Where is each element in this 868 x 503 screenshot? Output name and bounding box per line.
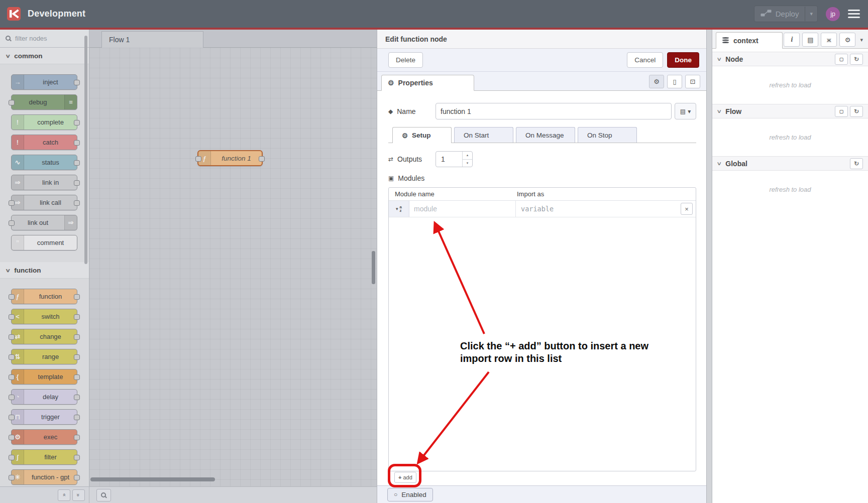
canvas-node-function-1[interactable]: ƒ function 1	[197, 150, 263, 166]
node-red-editor: Development Deploy ▾ jp	[0, 0, 868, 503]
node-input-port	[9, 415, 15, 420]
palette-scrollbar[interactable]	[84, 36, 87, 264]
node-output-port[interactable]	[259, 156, 265, 162]
tab-on-start[interactable]: On Start	[454, 127, 513, 143]
context-sections: ∨Node▢↻refresh to load∨Flow▢↻refresh to …	[712, 52, 868, 208]
tab-label: On Start	[464, 132, 489, 139]
refresh-button[interactable]: ↻	[850, 158, 863, 169]
tab-on-stop[interactable]: On Stop	[578, 127, 637, 143]
palette-node-change[interactable]: ⇄change	[11, 329, 77, 344]
annotation-highlight-ring	[388, 464, 421, 487]
palette-node-template[interactable]: {template	[11, 369, 77, 385]
node-input-port	[9, 354, 15, 360]
config-tab-button[interactable]: ⚙	[839, 33, 855, 47]
tab-properties[interactable]: ⚙ Properties	[381, 75, 474, 91]
palette-node-link-out[interactable]: link out⇒	[11, 215, 77, 230]
main-menu-button[interactable]	[848, 10, 860, 18]
deploy-button[interactable]: Deploy ▾	[754, 6, 818, 22]
tab-context[interactable]: context	[716, 32, 783, 49]
palette-filter-placeholder: filter nodes	[15, 35, 47, 42]
cubes-icon: ▣	[388, 175, 394, 182]
refresh-button[interactable]: ↻	[850, 54, 863, 65]
context-section-flow[interactable]: ∨Flow▢↻	[712, 104, 868, 118]
name-input[interactable]	[436, 103, 672, 119]
palette-node-exec[interactable]: ⚙exec	[11, 429, 77, 445]
node-output-port	[74, 80, 80, 85]
outputs-stepper[interactable]: 1 ▴ ▾	[436, 151, 473, 167]
expand-button[interactable]: ▢	[835, 106, 848, 117]
palette-node-debug[interactable]: debug≡	[11, 94, 77, 110]
chevron-down-icon: ∨	[5, 53, 11, 59]
node-output-port	[74, 354, 80, 360]
section-label: Flow	[725, 107, 741, 115]
palette-node-filter[interactable]: ʃfilter	[11, 449, 77, 465]
palette-node-inject[interactable]: →inject	[11, 74, 77, 90]
palette-node-trigger[interactable]: ⊓trigger	[11, 409, 77, 425]
palette-node-catch[interactable]: !catch	[11, 135, 77, 150]
annotation-text: Click the “+ add” button to insert a new…	[460, 340, 648, 365]
node-input-port	[9, 374, 15, 380]
palette-node-label: exec	[24, 433, 77, 441]
canvas-horizontal-scrollbar[interactable]	[90, 477, 215, 481]
canvas-vertical-scrollbar[interactable]	[372, 251, 375, 284]
help-tab-button[interactable]: ▤	[802, 33, 818, 47]
delete-button[interactable]: Delete	[388, 52, 423, 68]
deploy-options-caret[interactable]: ▾	[805, 7, 817, 21]
list-icon: ≡	[64, 95, 77, 109]
palette-node-label: function - gpt	[24, 473, 77, 481]
row-sort-control[interactable]: ▾ az	[389, 201, 409, 217]
stepper-up-button[interactable]: ▴	[463, 152, 472, 160]
debug-tab-button[interactable]: ж	[821, 33, 837, 47]
name-library-button[interactable]: ▤ ▾	[675, 103, 696, 119]
edit-properties-button[interactable]: ⚙	[649, 75, 664, 88]
remove-row-button[interactable]: ×	[681, 203, 693, 215]
palette-node-comment[interactable]: ”comment	[11, 235, 77, 250]
palette-node-switch[interactable]: <switch	[11, 309, 77, 324]
node-input-port	[9, 294, 15, 300]
node-enabled-toggle[interactable]: ○ Enabled	[387, 488, 433, 501]
context-section-global[interactable]: ∨Global↻	[712, 156, 868, 171]
palette-node-label: inject	[24, 78, 77, 86]
tab-flow-1[interactable]: Flow 1	[101, 31, 203, 48]
palette-node-status[interactable]: ∿status	[11, 155, 77, 170]
done-button[interactable]: Done	[667, 52, 699, 68]
palette-node-link-in[interactable]: ⇒link in	[11, 175, 77, 190]
expand-button[interactable]: ▢	[835, 54, 848, 65]
node-output-port	[74, 475, 80, 480]
node-input-port	[9, 455, 15, 460]
deploy-button-main[interactable]: Deploy	[754, 10, 805, 18]
palette-node-function---gpt[interactable]: ✳function - gpt	[11, 469, 77, 485]
info-icon: i	[791, 36, 793, 44]
palette-node-function[interactable]: ƒfunction	[11, 289, 77, 304]
node-input-port[interactable]	[195, 156, 201, 162]
deploy-label: Deploy	[776, 10, 799, 18]
palette-node-link-call[interactable]: ⇒link call	[11, 195, 77, 210]
user-avatar[interactable]: jp	[826, 7, 840, 21]
gear-icon: ⚙	[388, 79, 394, 87]
edit-appearance-button[interactable]: ⊡	[685, 75, 700, 88]
node-input-port	[9, 314, 15, 320]
palette-category-common[interactable]: ∨common	[0, 48, 89, 64]
sidebar-splitter[interactable]	[707, 30, 712, 503]
palette-category-function[interactable]: ∨function	[0, 262, 89, 279]
info-tab-button[interactable]: i	[784, 33, 800, 47]
edit-description-button[interactable]: ▯	[667, 75, 682, 88]
stepper-down-button[interactable]: ▾	[463, 160, 472, 167]
palette-collapse-all-button[interactable]: »	[58, 489, 70, 501]
refresh-button[interactable]: ↻	[850, 106, 863, 117]
palette-node-delay[interactable]: ◔delay	[11, 389, 77, 405]
sidebar-options-caret[interactable]: ▾	[860, 37, 863, 43]
palette-node-complete[interactable]: !complete	[11, 114, 77, 130]
flow-canvas[interactable]: ƒ function 1	[89, 48, 377, 486]
palette-filter-input[interactable]: filter nodes	[0, 30, 89, 48]
palette-node-label: filter	[24, 453, 77, 461]
tab-on-message[interactable]: On Message	[516, 127, 575, 143]
import-as-input[interactable]: variable	[516, 201, 681, 217]
palette-expand-all-button[interactable]: »	[72, 489, 85, 501]
canvas-zoom-button[interactable]	[96, 489, 111, 501]
tab-setup[interactable]: ⚙Setup	[392, 127, 452, 143]
palette-node-range[interactable]: ⇅range	[11, 349, 77, 364]
context-section-node[interactable]: ∨Node▢↻	[712, 52, 868, 66]
module-name-input[interactable]: module	[409, 201, 516, 217]
cancel-button[interactable]: Cancel	[627, 52, 663, 68]
